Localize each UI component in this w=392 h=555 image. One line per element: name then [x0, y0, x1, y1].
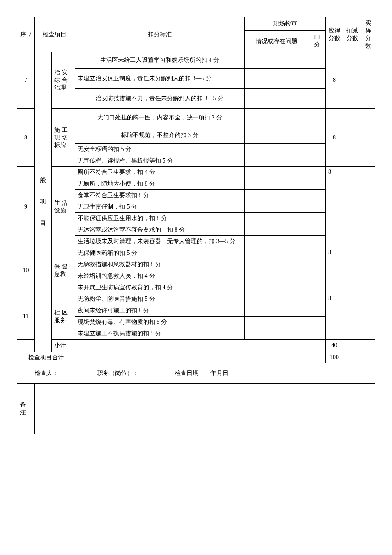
std-cell: 无防粉尘、防噪音措施扣 5 分: [75, 293, 245, 305]
jfen-cell: [308, 224, 326, 236]
date-value: 年月日: [210, 370, 228, 376]
sub-9: 生 活 设施: [52, 167, 75, 247]
empty-cell: [75, 340, 326, 352]
std-cell: 大门口处挂的牌一图，内容不全，缺一项扣 2 分: [75, 109, 245, 127]
std-cell: 未建立施工不扰民措施的扣 5 分: [75, 328, 245, 340]
category-text-1: 般: [40, 177, 46, 183]
inspector-label: 检查人：: [35, 370, 58, 376]
situation-cell: [245, 293, 308, 305]
table-row: 10 保 健 急救 无保健医药箱的扣 5 分 8: [17, 247, 375, 259]
empty-cell: [361, 352, 375, 363]
kj-cell: [343, 247, 361, 293]
situation-cell: [245, 89, 308, 109]
std-cell: 食堂不符合卫生要求扣 8 分: [75, 190, 245, 201]
jfen-cell: [308, 89, 326, 109]
sd-cell: [361, 293, 375, 340]
jfen-cell: [308, 236, 326, 247]
table-row: 11 社 区 服务 无防粉尘、防噪音措施扣 5 分 8: [17, 293, 375, 305]
seq-9: 9: [17, 167, 35, 247]
kj-cell: [343, 109, 361, 167]
kj-cell: [343, 293, 361, 340]
jfen-cell: [308, 270, 326, 282]
situation-cell: [245, 259, 308, 270]
sd-cell: [361, 109, 375, 167]
category-cell: 般 项 目: [35, 52, 52, 352]
std-cell: 生活垃圾未及时清理，未装容器，无专人管理的，扣 3—5 分: [75, 236, 245, 247]
situation-cell: [245, 201, 308, 213]
sd-cell: [361, 247, 375, 293]
jfen-cell: [308, 144, 326, 155]
jfen-cell: [308, 155, 326, 167]
subtotal-label: 小计: [52, 340, 75, 352]
subtotal-yd: 40: [326, 340, 343, 352]
jfen-cell: [308, 282, 326, 293]
inspection-table: 序 √ 检查项目 扣分标准 现场检查 应得分数 扣减分数 实得分数 情况或存在问…: [17, 17, 375, 434]
std-cell: 厕所不符合卫生要求，扣 4 分: [75, 167, 245, 178]
kj-cell: [343, 52, 361, 109]
hdr-sd: 实得分数: [361, 17, 375, 52]
seq-10: 10: [17, 247, 35, 293]
header-row: 序 √ 检查项目 扣分标准 现场检查 应得分数 扣减分数 实得分数: [17, 17, 375, 31]
std-cell: 无安全标语的扣 5 分: [75, 144, 245, 155]
table-row: 8 施 工 现 场 标牌 大门口处挂的牌一图，内容不全，缺一项扣 2 分 8: [17, 109, 375, 127]
std-cell: 现场焚烧有毒、有害物质的扣 5 分: [75, 317, 245, 328]
total-label: 检查项目合计: [17, 352, 75, 363]
empty-cell: [343, 352, 361, 363]
empty-cell: [343, 340, 361, 352]
situation-cell: [245, 178, 308, 190]
situation-cell: [245, 144, 308, 155]
situation-cell: [245, 190, 308, 201]
jfen-cell: [308, 178, 326, 190]
jfen-cell: [308, 213, 326, 224]
jfen-cell: [308, 109, 326, 127]
situation-cell: [245, 127, 308, 144]
sub-8: 施 工 现 场 标牌: [52, 109, 75, 167]
yd-9: 8: [326, 167, 343, 247]
jfen-cell: [308, 317, 326, 328]
remark-row: 备注: [17, 384, 375, 434]
std-cell: 无保健医药箱的扣 5 分: [75, 247, 245, 259]
situation-cell: [245, 282, 308, 293]
total-yd: 100: [326, 352, 343, 363]
situation-cell: [245, 328, 308, 340]
signature-cell: 检查人： 职务（岗位）： 检查日期 年月日: [17, 363, 375, 384]
jfen-cell: [308, 167, 326, 178]
empty-cell: [75, 352, 326, 363]
sd-cell: [361, 52, 375, 109]
jfen-cell: [308, 201, 326, 213]
total-row: 检查项目合计 100: [17, 352, 375, 363]
yd-8: 8: [326, 109, 343, 167]
jfen-cell: [308, 247, 326, 259]
sd-cell: [361, 167, 375, 247]
std-cell: 未建立治安保卫制度，责任未分解到人的扣 3—5 分: [75, 69, 245, 89]
jfen-cell: [308, 259, 326, 270]
std-cell: 未经培训的急救人员，扣 4 分: [75, 270, 245, 282]
hdr-jfen: JII 分: [308, 31, 326, 52]
subtotal-row: 小计 40: [17, 340, 375, 352]
kj-cell: [343, 167, 361, 247]
hdr-yd: 应得分数: [326, 17, 343, 52]
std-cell: 无厕所，随地大小便，扣 8 分: [75, 178, 245, 190]
situation-cell: [245, 224, 308, 236]
hdr-sitecheck: 现场检查: [245, 17, 326, 31]
situation-cell: [245, 167, 308, 178]
std-cell: 未开展卫生防病宣传教育的，扣 4 分: [75, 282, 245, 293]
jfen-cell: [308, 328, 326, 340]
std-cell: 生活区未给工人设置学习和娱乐场所的扣 4 分: [75, 52, 245, 69]
std-cell: 无卫生责任制，扣 5 分: [75, 201, 245, 213]
situation-cell: [245, 247, 308, 259]
situation-cell: [245, 213, 308, 224]
hdr-item: 检查项目: [35, 17, 75, 52]
seq-8: 8: [17, 109, 35, 167]
hdr-seq: 序 √: [17, 17, 35, 52]
std-cell: 治安防范措施不力，责任未分解到人的扣 3—5 分: [75, 89, 245, 109]
category-text-3: 目: [40, 220, 46, 226]
situation-cell: [245, 52, 308, 69]
situation-cell: [245, 236, 308, 247]
jfen-cell: [308, 293, 326, 305]
std-cell: 不能保证供应卫生用水的，扣 8 分: [75, 213, 245, 224]
situation-cell: [245, 109, 308, 127]
std-cell: 无急救措施和急救器材的扣 8 分: [75, 259, 245, 270]
hdr-situation: 情况或存在问题: [245, 31, 308, 52]
date-label: 检查日期: [175, 370, 199, 376]
